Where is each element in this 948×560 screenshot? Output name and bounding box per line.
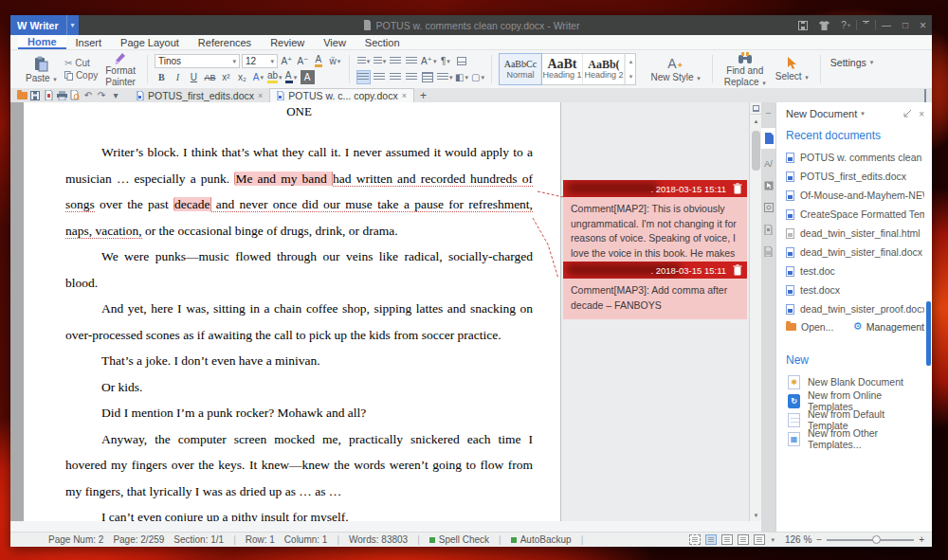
line-spacing-button[interactable]: ▾ — [437, 70, 453, 84]
insert-table-button[interactable] — [454, 54, 468, 68]
paragraph-mark-button[interactable]: ¶▾ — [438, 54, 452, 68]
doc-tab-potus-clean-copy[interactable]: POTUS w. c... copy.docx × — [269, 88, 414, 102]
format-painter-button[interactable]: Format Painter — [100, 51, 140, 87]
panel-title-dropdown-icon[interactable]: ▾ — [861, 110, 865, 117]
new-from-default-template[interactable]: New from Default Template — [788, 410, 924, 429]
styles-scroll-down[interactable]: ▼ — [625, 69, 635, 84]
underline-button[interactable]: U — [187, 70, 201, 84]
char-scaling-button[interactable]: ẅ▾ — [328, 54, 342, 68]
style-heading-2[interactable]: AaBb( Heading 2 — [583, 54, 625, 84]
styles-scroll-up[interactable]: ▲ — [625, 54, 635, 69]
settings-dropdown-icon[interactable]: ▾ — [870, 59, 874, 66]
view-mode-dropdown-icon[interactable]: ▾ — [771, 536, 775, 544]
outline-view-icon[interactable] — [738, 534, 749, 545]
zoom-level[interactable]: 126 % — [785, 534, 811, 545]
paragraph-dropdown-icon[interactable]: ▾ — [447, 58, 450, 65]
save-as-icon[interactable] — [793, 15, 813, 35]
copy-button[interactable]: Copy — [62, 70, 100, 81]
new-tab-button[interactable]: + — [414, 89, 432, 102]
doc-tab-potus-first-edits[interactable]: POTUS_first_edits.docx × — [130, 88, 269, 102]
recent-item[interactable]: dead_twin_sister_proof.docx — [786, 299, 924, 318]
commented-text-highlight[interactable]: decade — [173, 197, 210, 211]
status-autobackup[interactable]: AutoBackup — [511, 534, 572, 545]
app-menu-button[interactable]: W Writer ▾ — [10, 15, 79, 35]
tab-references[interactable]: References — [189, 35, 261, 49]
zoom-in-button[interactable]: + — [919, 534, 924, 545]
font-name-combo[interactable]: Tinos ▾ — [155, 54, 240, 68]
document-page[interactable]: ONE Writer’s block. I think that’s what … — [24, 102, 561, 521]
tab-section[interactable]: Section — [356, 35, 410, 49]
print-preview-icon[interactable] — [68, 89, 82, 101]
delete-comment-icon[interactable] — [733, 264, 742, 276]
select-dropdown-icon[interactable]: ▾ — [805, 74, 809, 81]
recent-item[interactable]: dead_twin_sister_final.docx — [786, 243, 924, 262]
delete-comment-icon[interactable] — [733, 183, 742, 194]
font-size-dropdown-icon[interactable]: ▾ — [270, 58, 274, 65]
recent-item[interactable]: POTUS_first_edits.docx — [786, 167, 924, 186]
increase-font-button[interactable]: A⁺ — [280, 54, 294, 68]
recent-item[interactable]: dead_twin_sister_final.html — [786, 224, 924, 243]
increase-indent-button[interactable] — [405, 54, 419, 68]
find-replace-dropdown-icon[interactable]: ▾ — [762, 80, 766, 86]
settings-button[interactable]: Settings ▾ — [828, 57, 876, 68]
tab-home[interactable]: Home — [18, 35, 66, 49]
new-from-other-templates[interactable]: ▦New from Other Templates... — [788, 429, 924, 448]
open-file-button[interactable]: Open... — [786, 321, 833, 333]
paste-dropdown-icon[interactable]: ▾ — [53, 76, 57, 82]
fit-page-view-icon[interactable] — [689, 534, 701, 545]
align-center-button[interactable] — [373, 70, 387, 84]
selection-pane-icon[interactable] — [762, 179, 775, 192]
skin-theme-icon[interactable] — [813, 15, 835, 35]
char-shading-button[interactable]: A — [301, 70, 315, 84]
borders-dropdown-icon[interactable]: ▾ — [481, 74, 484, 81]
new-style-dropdown-icon[interactable]: ▾ — [697, 75, 701, 81]
tab-review[interactable]: Review — [261, 35, 314, 49]
font-color-dropdown-icon[interactable]: ▾ — [294, 74, 298, 81]
style-heading-1[interactable]: AaBt Heading 1 — [541, 54, 583, 84]
highlight-dropdown-icon[interactable]: ▾ — [279, 74, 283, 81]
undock-panel-icon[interactable] — [903, 109, 912, 117]
backup-panel-icon[interactable] — [762, 244, 775, 258]
qat-dropdown-icon[interactable]: ▾ — [109, 89, 122, 101]
tab-view[interactable]: View — [314, 35, 356, 49]
new-document-panel-icon[interactable] — [761, 128, 775, 149]
save-icon[interactable] — [28, 89, 42, 101]
find-replace-button[interactable]: Find and Replace ▾ — [720, 52, 771, 87]
tab-list-button[interactable] — [924, 90, 926, 101]
style-normal[interactable]: AaBbCc Normal — [500, 54, 541, 84]
app-menu-dropdown-icon[interactable]: ▾ — [66, 15, 79, 35]
font-name-dropdown-icon[interactable]: ▾ — [232, 58, 236, 65]
recent-item[interactable]: POTUS w. comments clean copy.docx — [786, 148, 924, 167]
open-file-icon[interactable] — [15, 89, 28, 101]
doc-tab-close-icon[interactable]: × — [402, 91, 407, 100]
decrease-indent-button[interactable] — [389, 54, 403, 68]
superscript-button[interactable]: x² — [219, 70, 233, 84]
text-effects-button[interactable]: A▾ — [251, 70, 265, 84]
subscript-button[interactable]: x₂ — [235, 70, 249, 84]
text-effects-dropdown-icon[interactable]: ▾ — [261, 74, 264, 81]
vertical-scroll-thumb[interactable] — [752, 131, 760, 171]
minimize-button[interactable]: — — [876, 15, 897, 35]
web-layout-view-icon[interactable] — [721, 534, 733, 545]
recent-item[interactable]: test.docx — [786, 280, 924, 299]
commented-text-highlight[interactable]: Me and my band — [234, 172, 333, 186]
zoom-out-button[interactable]: − — [816, 534, 822, 545]
read-view-icon[interactable] — [754, 534, 765, 545]
align-right-button[interactable] — [389, 70, 403, 84]
panel-scroll-thumb[interactable] — [926, 301, 931, 366]
text-direction-dropdown-icon[interactable]: ▾ — [433, 58, 437, 65]
status-spell-check[interactable]: Spell Check — [429, 534, 489, 545]
zoom-slider[interactable] — [827, 539, 914, 541]
comment-map3[interactable]: . 2018-03-15 15:11 Comment[MAP3]: Add co… — [563, 262, 747, 319]
help-menu[interactable]: ?▾ — [835, 15, 856, 35]
redo-icon[interactable]: ↷ — [95, 89, 108, 101]
cut-button[interactable]: ✂Cut — [62, 58, 100, 68]
justify-button[interactable] — [405, 70, 419, 84]
management-button[interactable]: ⚙Management — [853, 320, 924, 333]
zoom-slider-thumb[interactable] — [872, 535, 881, 544]
help-dropdown-icon[interactable]: ▾ — [848, 22, 851, 29]
research-panel-icon[interactable] — [762, 201, 775, 214]
decrease-font-button[interactable]: A⁻ — [296, 54, 310, 68]
font-size-combo[interactable]: 12 ▾ — [242, 54, 278, 68]
recent-item[interactable]: Of-Mouse-and-Mayhem-NEW.docx — [786, 186, 924, 205]
